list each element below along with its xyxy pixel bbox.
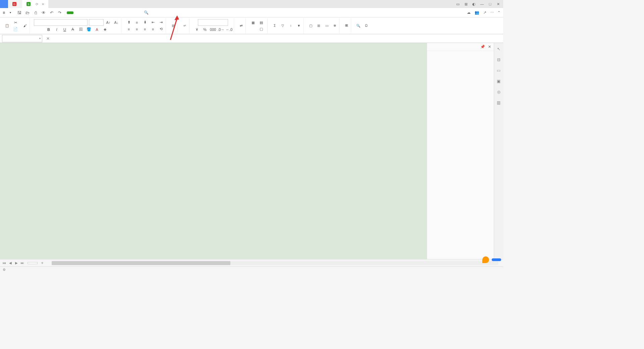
redo-icon[interactable]: ↷ — [57, 10, 63, 16]
name-box[interactable] — [2, 35, 42, 42]
select-icon[interactable]: ↖ — [495, 46, 502, 52]
wrap-button[interactable]: ↵ — [182, 22, 188, 29]
cancel-fx-icon[interactable]: ✕ — [46, 36, 50, 41]
italic-icon[interactable]: I — [53, 27, 60, 33]
dec-dec-icon[interactable]: ←.0 — [226, 27, 232, 33]
menu-tab-dev[interactable] — [118, 11, 125, 14]
tab-home[interactable] — [0, 0, 8, 8]
type-convert-button[interactable]: ⇄ — [238, 22, 244, 29]
cell-style-icon[interactable]: ▢ — [258, 26, 265, 32]
user-icon[interactable]: ◐ — [470, 1, 478, 7]
bold-icon[interactable]: B — [45, 27, 52, 33]
horizontal-scrollbar[interactable] — [52, 261, 498, 265]
rowcol-button[interactable]: ⊞ — [316, 22, 322, 29]
font-name-select[interactable] — [34, 19, 88, 26]
save-icon[interactable]: 🖫 — [16, 10, 22, 16]
format-painter-button[interactable]: 🖌 — [22, 22, 28, 29]
paste-button[interactable]: 📋 — [4, 22, 10, 29]
orient-icon[interactable]: ⟲ — [158, 26, 164, 32]
menu-tab-layout[interactable] — [82, 11, 88, 14]
cell-button[interactable]: ▢ — [308, 22, 314, 29]
fill-button[interactable]: ▼ — [296, 22, 302, 29]
worksheet-button[interactable]: ▭ — [324, 22, 330, 29]
more-icon[interactable]: ⋯ — [490, 10, 494, 15]
menu-tab-data[interactable] — [96, 11, 103, 14]
formula-input[interactable] — [56, 35, 503, 42]
find-button[interactable]: 🔍 — [355, 22, 361, 29]
strike-icon[interactable]: A̶ — [69, 27, 76, 33]
undo-icon[interactable]: ↶ — [49, 10, 55, 16]
status-icon[interactable]: ⚙ — [3, 268, 6, 271]
sheet-last-icon[interactable]: ⏭ — [20, 261, 25, 265]
font-shrink-icon[interactable]: A↓ — [113, 19, 120, 26]
filter-button[interactable]: ▽ — [280, 22, 286, 29]
align-mid-icon[interactable]: ≡ — [133, 19, 140, 26]
open-icon[interactable]: 🗁 — [24, 10, 31, 16]
clear-format-icon[interactable]: ◈ — [102, 27, 108, 33]
menu-tab-start[interactable] — [67, 11, 73, 14]
cut-icon[interactable]: ✂ — [12, 19, 19, 26]
command-search[interactable]: 🔍 — [144, 10, 150, 15]
side-icon-3[interactable]: ▣ — [495, 78, 502, 85]
comma-icon[interactable]: 000 — [210, 27, 216, 33]
side-icon-5[interactable]: ▥ — [495, 99, 502, 106]
font-grow-icon[interactable]: A↑ — [105, 19, 112, 26]
align-justify-icon[interactable]: ≡ — [150, 26, 156, 32]
sheet-add-icon[interactable]: + — [40, 261, 45, 265]
font-color-icon[interactable]: A — [94, 27, 100, 33]
tab-workbook[interactable]: S ⟳ ✕ — [22, 0, 48, 8]
align-right-icon[interactable]: ≡ — [142, 26, 148, 32]
currency-icon[interactable]: ¥ — [194, 27, 200, 33]
collapse-icon[interactable]: ⌃ — [497, 10, 500, 15]
table-tools-button[interactable]: 🛠 — [343, 22, 350, 29]
panel-close-icon[interactable]: ✕ — [488, 45, 491, 49]
percent-icon[interactable]: % — [202, 27, 208, 33]
coop-button[interactable]: 👥 — [475, 10, 480, 15]
align-bot-icon[interactable]: ⬇ — [142, 19, 148, 26]
symbol-button[interactable]: Ω — [363, 22, 369, 29]
sheet-prev-icon[interactable]: ◀ — [8, 261, 13, 265]
side-icon-2[interactable]: ▭ — [495, 67, 502, 74]
copy-icon[interactable]: 📄 — [12, 26, 19, 32]
cond-format-button[interactable]: ▦ — [250, 19, 256, 32]
minimize-icon[interactable]: — — [478, 1, 486, 7]
share-button[interactable]: ↗ — [483, 10, 487, 15]
sheet-tab-1[interactable] — [28, 262, 38, 264]
grid-icon[interactable]: ⊞ — [462, 1, 470, 7]
sheet-next-icon[interactable]: ▶ — [14, 261, 19, 265]
sort-button[interactable]: ↕ — [288, 22, 294, 29]
menu-tab-view[interactable] — [111, 11, 118, 14]
indent-dec-icon[interactable]: ⇤ — [150, 19, 156, 26]
side-icon-4[interactable]: ◎ — [495, 89, 502, 95]
tab-template[interactable]: D — [8, 0, 22, 8]
tab-close-icon[interactable]: ✕ — [42, 2, 44, 6]
freeze-button[interactable]: ❄ — [332, 22, 338, 29]
cloud-status[interactable]: ☁ — [467, 10, 471, 15]
maximize-icon[interactable]: □ — [486, 1, 494, 7]
tab-refresh-icon[interactable]: ⟳ — [36, 2, 38, 6]
menu-tab-efficiency[interactable] — [133, 11, 140, 14]
side-icon-1[interactable]: ⊟ — [495, 56, 502, 63]
preview-icon[interactable]: 👁 — [41, 10, 47, 16]
border-icon[interactable]: 田 — [77, 27, 84, 33]
menu-tab-review[interactable] — [104, 11, 110, 14]
indent-inc-icon[interactable]: ⇥ — [158, 19, 164, 26]
align-top-icon[interactable]: ⬆ — [125, 19, 132, 26]
panel-pin-icon[interactable]: 📌 — [480, 45, 485, 49]
table-style-icon[interactable]: ▤ — [258, 19, 265, 26]
align-center-icon[interactable]: ≡ — [133, 26, 140, 32]
hamburger-icon[interactable]: ≡ — [3, 10, 5, 15]
menu-tab-insert[interactable] — [74, 11, 81, 14]
font-size-select[interactable] — [89, 19, 104, 26]
menu-tab-formula[interactable] — [89, 11, 96, 14]
number-format-select[interactable] — [198, 19, 228, 26]
dec-inc-icon[interactable]: .0→ — [218, 27, 224, 33]
file-menu[interactable]: ▾ — [6, 10, 14, 15]
sheet-first-icon[interactable]: ⏮ — [2, 261, 7, 265]
fill-color-icon[interactable]: 🪣 — [86, 27, 92, 33]
menu-tab-member[interactable] — [126, 11, 132, 14]
merge-button[interactable]: ⊞ — [170, 22, 176, 29]
align-left-icon[interactable]: ≡ — [125, 26, 132, 32]
close-icon[interactable]: ✕ — [494, 1, 502, 7]
grid[interactable] — [0, 43, 427, 259]
